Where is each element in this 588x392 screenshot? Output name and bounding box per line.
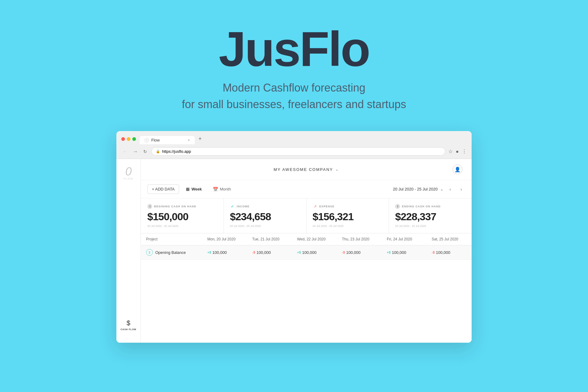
income-label: INCOME: [237, 205, 250, 208]
mon-sign: +$: [207, 251, 211, 254]
sidebar: 0 FLOW $ CASH FLOW: [116, 159, 141, 343]
date-range-chevron-icon: ⌄: [440, 187, 443, 191]
company-name: MY AWESOME COMPANY: [274, 167, 333, 172]
app-header: MY AWESOME COMPANY ⌄ 👤: [141, 159, 472, 180]
thu-value: 100,000: [346, 250, 360, 255]
cell-project-name: $ Opening Balance: [141, 245, 202, 259]
col-wed: Wed, 22 Jul 2020: [292, 233, 337, 245]
cell-sat: -$ 100,000: [427, 245, 472, 259]
income-value: $234,658: [230, 211, 300, 223]
maximize-dot[interactable]: [132, 137, 136, 141]
stat-header-ending: ℹ ENDING CASH ON HAND: [395, 204, 466, 209]
address-bar[interactable]: 🔒 https://jusflo.app: [151, 147, 445, 156]
cell-mon: +$ 100,000: [202, 245, 247, 259]
tue-value: 100,000: [256, 250, 271, 255]
browser-tab[interactable]: ○ Flow ×: [140, 136, 195, 144]
col-thu: Thu, 23 Jul 2020: [337, 233, 382, 245]
sidebar-cashflow-item[interactable]: $ CASH FLOW: [121, 319, 136, 337]
cell-wed: +$ 100,000: [292, 245, 337, 259]
user-icon: 👤: [454, 167, 461, 172]
stat-card-income: ✔ INCOME $234,658 20 Jul 2020 - 25 Jul 2…: [224, 198, 307, 233]
close-dot[interactable]: [121, 137, 125, 141]
logo-flow-text: FLOW: [124, 177, 133, 180]
main-area: MY AWESOME COMPANY ⌄ 👤 + ADD DATA ⊞ Week: [141, 159, 472, 343]
table-row: $ Opening Balance +$ 100,000 -$ 100,000: [141, 245, 472, 260]
hero-title: JusFlo: [219, 24, 369, 74]
stats-row: ℹ BEGINING CASH ON HAND $150,000 20 Jul …: [141, 198, 472, 233]
stat-card-ending-cash: ℹ ENDING CASH ON HAND $228,337 20 Jul 20…: [389, 198, 472, 233]
stat-card-expense: ↗ EXPENSE $156,321 20 Jul 2020 - 25 Jul …: [307, 198, 389, 233]
week-grid-icon: ⊞: [186, 187, 190, 192]
back-button[interactable]: ←: [121, 148, 129, 155]
col-sat: Sat, 25 Jul 2020: [427, 233, 472, 245]
browser-wrapper: ○ Flow × + ← → ↻ 🔒 https://jusflo.app: [0, 131, 588, 361]
address-bar-row: ← → ↻ 🔒 https://jusflo.app ☆ ● ⋮: [116, 145, 472, 159]
hero-subtitle: Modern Cashflow forecasting for small bu…: [182, 80, 406, 113]
menu-icon[interactable]: ⋮: [462, 149, 467, 154]
beginning-date: 20 Jul 2020 - 25 Jul 2020: [147, 224, 217, 228]
tab-label: Flow: [151, 138, 185, 142]
beginning-info-icon: ℹ: [147, 204, 152, 209]
fri-value: 100,000: [392, 250, 406, 255]
wed-value: 100,000: [302, 250, 317, 255]
browser-window: ○ Flow × + ← → ↻ 🔒 https://jusflo.app: [116, 131, 472, 343]
mon-value: 100,000: [213, 250, 227, 255]
date-range-text: 20 Jul 2020 - 25 Jul 2020: [393, 187, 438, 191]
cell-fri: +$ 100,000: [382, 245, 427, 259]
income-check-icon: ✔: [230, 204, 235, 209]
expense-value: $156,321: [313, 211, 383, 223]
tue-sign: -$: [252, 251, 255, 254]
window-controls: [121, 137, 136, 141]
thu-sign: -$: [342, 251, 345, 254]
week-view-tab[interactable]: ⊞ Week: [182, 185, 206, 194]
data-table: Project Mon, 20 Jul 2020 Tue, 21 Jul 202…: [141, 233, 472, 260]
date-range-selector[interactable]: 20 Jul 2020 - 25 Jul 2020 ⌄: [393, 187, 443, 191]
stat-header-beginning: ℹ BEGINING CASH ON HAND: [147, 204, 217, 209]
next-period-button[interactable]: ›: [457, 185, 466, 194]
table-header: Project Mon, 20 Jul 2020 Tue, 21 Jul 202…: [141, 233, 472, 245]
project-label: Opening Balance: [155, 250, 186, 255]
ending-label: ENDING CASH ON HAND: [402, 205, 441, 208]
user-avatar[interactable]: 👤: [453, 164, 462, 174]
expense-date: 20 Jul 2020 - 25 Jul 2020: [313, 224, 383, 228]
add-data-button[interactable]: + ADD DATA: [147, 184, 179, 194]
forward-button[interactable]: →: [132, 148, 139, 155]
refresh-button[interactable]: ↻: [142, 149, 148, 155]
sat-sign: -$: [432, 251, 435, 254]
sat-value: 100,000: [436, 250, 450, 255]
income-date: 20 Jul 2020 - 25 Jul 2020: [230, 224, 300, 228]
minimize-dot[interactable]: [127, 137, 130, 141]
expense-label: EXPENSE: [319, 205, 335, 208]
prev-period-button[interactable]: ‹: [446, 185, 454, 194]
address-url: https://jusflo.app: [162, 149, 191, 154]
cell-thu: -$ 100,000: [337, 245, 382, 259]
company-chevron-icon: ⌄: [335, 167, 339, 172]
stat-header-income: ✔ INCOME: [230, 204, 300, 209]
lock-icon: 🔒: [156, 149, 160, 153]
cell-tue: -$ 100,000: [247, 245, 292, 259]
tab-close-button[interactable]: ×: [188, 138, 190, 142]
col-project: Project: [141, 233, 202, 245]
new-tab-button[interactable]: +: [198, 136, 202, 142]
expense-arrow-icon: ↗: [313, 204, 318, 209]
hero-section: JusFlo Modern Cashflow forecasting for s…: [0, 0, 588, 131]
col-fri: Fri, 24 Jul 2020: [382, 233, 427, 245]
beginning-label: BEGINING CASH ON HAND: [154, 205, 196, 208]
month-calendar-icon: 📅: [213, 187, 218, 192]
sidebar-logo: 0 FLOW: [121, 165, 136, 180]
ending-value: $228,337: [395, 211, 466, 223]
browser-titlebar: ○ Flow × +: [116, 131, 472, 145]
month-view-tab[interactable]: 📅 Month: [209, 185, 235, 194]
app-content: 0 FLOW $ CASH FLOW MY AWESOME COMPANY ⌄: [116, 159, 472, 343]
beginning-value: $150,000: [147, 211, 217, 223]
bookmark-icon[interactable]: ☆: [448, 149, 453, 154]
ending-date: 20 Jul 2020 - 25 Jul 2020: [395, 224, 466, 228]
account-icon[interactable]: ●: [456, 149, 459, 154]
logo-zero-char: 0: [125, 166, 132, 177]
cashflow-label: CASH FLOW: [121, 328, 136, 330]
browser-extras: ☆ ● ⋮: [448, 149, 467, 154]
fri-sign: +$: [387, 251, 391, 254]
stat-card-beginning-cash: ℹ BEGINING CASH ON HAND $150,000 20 Jul …: [141, 198, 224, 233]
col-tue: Tue, 21 Jul 2020: [247, 233, 292, 245]
company-selector[interactable]: MY AWESOME COMPANY ⌄: [274, 167, 339, 172]
